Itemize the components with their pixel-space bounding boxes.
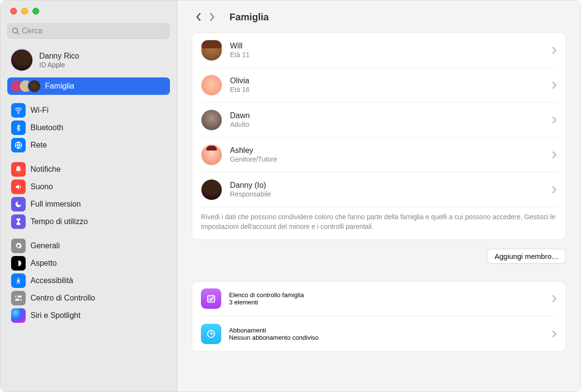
sidebar-item-family[interactable]: Famiglia — [7, 77, 170, 95]
siri-icon — [11, 308, 26, 323]
option-title: Abbonamenti — [229, 327, 552, 334]
svg-point-8 — [16, 296, 18, 298]
checklist-icon — [201, 288, 221, 309]
member-name: Will — [230, 42, 552, 50]
sidebar-item-label: Full immersion — [31, 200, 81, 209]
member-sub: Età 16 — [230, 86, 552, 93]
sidebar-item-label: Aspetto — [31, 259, 57, 268]
account-sub: ID Apple — [39, 61, 79, 69]
svg-point-9 — [19, 299, 21, 301]
sidebar-item-siri[interactable]: Siri e Spotlight — [7, 307, 170, 324]
chevron-left-icon — [195, 12, 202, 22]
sidebar-item-label: Siri e Spotlight — [31, 311, 80, 320]
sidebar-item-label: Wi-Fi — [31, 106, 48, 115]
family-member-row[interactable]: Danny (Io) Responsabile — [201, 172, 557, 207]
sidebar-item-label: Suono — [31, 182, 53, 191]
members-caption: Rivedi i dati che possono condividere co… — [201, 207, 557, 240]
sidebar-item-notifications[interactable]: Notifiche — [7, 161, 170, 178]
svg-rect-10 — [208, 296, 215, 302]
fullscreen-window-button[interactable] — [32, 8, 39, 15]
member-avatar — [201, 179, 222, 200]
sidebar-item-wifi[interactable]: Wi-Fi — [7, 102, 170, 119]
family-member-row[interactable]: Ashley Genitore/Tutore — [201, 137, 557, 172]
sidebar-item-focus[interactable]: Full immersion — [7, 196, 170, 213]
member-name: Ashley — [230, 146, 552, 155]
page-header: Famiglia — [192, 7, 566, 32]
window-controls — [0, 5, 177, 23]
bluetooth-icon — [11, 121, 26, 135]
chevron-right-icon — [552, 295, 557, 302]
subscriptions-icon — [201, 324, 221, 344]
chevron-right-icon — [552, 46, 557, 54]
member-sub: Età 11 — [230, 51, 552, 59]
search-field[interactable] — [7, 23, 170, 39]
account-name: Danny Rico — [39, 52, 79, 60]
sidebar-item-label: Centro di Controllo — [31, 294, 95, 302]
sidebar-item-label: Famiglia — [45, 82, 74, 90]
sidebar-item-bluetooth[interactable]: Bluetooth — [7, 119, 170, 136]
forward-button[interactable] — [205, 10, 219, 24]
family-member-row[interactable]: Will Età 11 — [201, 33, 557, 68]
moon-icon — [11, 197, 26, 211]
sidebar-item-sound[interactable]: Suono — [7, 178, 170, 196]
family-members-card: Will Età 11 Olivia Età 16 Dawn Adulto — [192, 32, 566, 240]
member-sub: Responsabile — [230, 190, 552, 198]
sidebar-item-network[interactable]: Rete — [7, 136, 170, 154]
chevron-right-icon — [552, 151, 557, 159]
member-avatar — [201, 109, 222, 131]
close-window-button[interactable] — [10, 8, 17, 15]
back-button[interactable] — [192, 10, 205, 24]
chevron-right-icon — [552, 330, 557, 338]
member-name: Dawn — [230, 111, 552, 120]
member-sub: Adulto — [230, 121, 552, 128]
chevron-right-icon — [552, 186, 557, 194]
option-sub: 3 elementi — [229, 299, 552, 306]
sidebar-item-label: Bluetooth — [31, 123, 63, 132]
sidebar-item-label: Generali — [31, 241, 60, 250]
member-avatar — [201, 75, 222, 96]
wifi-icon — [11, 103, 26, 118]
minimize-window-button[interactable] — [21, 8, 28, 15]
hourglass-icon — [11, 214, 26, 229]
member-avatar — [201, 144, 222, 166]
svg-point-5 — [18, 278, 19, 279]
main-content: Famiglia Will Età 11 Olivia Età 16 Dawn … — [177, 0, 581, 392]
account-avatar — [10, 48, 33, 72]
sidebar-item-appearance[interactable]: Aspetto — [7, 255, 170, 272]
chevron-right-icon — [552, 116, 557, 124]
family-options-card: Elenco di controllo famiglia 3 elementi … — [192, 281, 566, 352]
speaker-icon — [11, 180, 26, 194]
bell-icon — [11, 162, 26, 177]
sidebar-nav: Famiglia Wi-Fi Bluetooth Rete — [0, 76, 177, 328]
appearance-icon — [11, 256, 26, 271]
member-sub: Genitore/Tutore — [230, 155, 552, 163]
family-member-row[interactable]: Dawn Adulto — [201, 103, 557, 137]
apple-id-account[interactable]: Danny Rico ID Apple — [0, 44, 177, 76]
option-title: Elenco di controllo famiglia — [229, 291, 552, 299]
add-member-button[interactable]: Aggiungi membro… — [487, 249, 566, 264]
chevron-right-icon — [552, 81, 557, 89]
svg-point-0 — [13, 28, 17, 33]
search-icon — [12, 27, 19, 35]
sidebar-item-label: Tempo di utilizzo — [31, 217, 88, 226]
sidebar-item-label: Notifiche — [31, 165, 61, 174]
sidebar-item-general[interactable]: Generali — [7, 237, 170, 255]
family-member-row[interactable]: Olivia Età 16 — [201, 68, 557, 103]
option-sub: Nessun abbonamento condiviso — [229, 334, 552, 341]
search-input[interactable] — [22, 27, 166, 35]
gear-icon — [11, 239, 26, 253]
sidebar-item-screentime[interactable]: Tempo di utilizzo — [7, 213, 170, 230]
sidebar-item-accessibility[interactable]: Accessibilità — [7, 272, 170, 289]
member-avatar — [201, 40, 222, 61]
svg-line-1 — [17, 32, 19, 34]
globe-icon — [11, 138, 26, 152]
control-center-icon — [11, 291, 26, 305]
option-row-subscriptions[interactable]: Abbonamenti Nessun abbonamento condiviso — [201, 317, 557, 351]
option-row-checklist[interactable]: Elenco di controllo famiglia 3 elementi — [201, 282, 557, 317]
member-name: Olivia — [230, 76, 552, 85]
member-name: Danny (Io) — [230, 181, 552, 190]
svg-point-2 — [18, 113, 19, 114]
chevron-right-icon — [208, 12, 216, 22]
accessibility-icon — [11, 273, 26, 288]
sidebar-item-control-center[interactable]: Centro di Controllo — [7, 289, 170, 307]
